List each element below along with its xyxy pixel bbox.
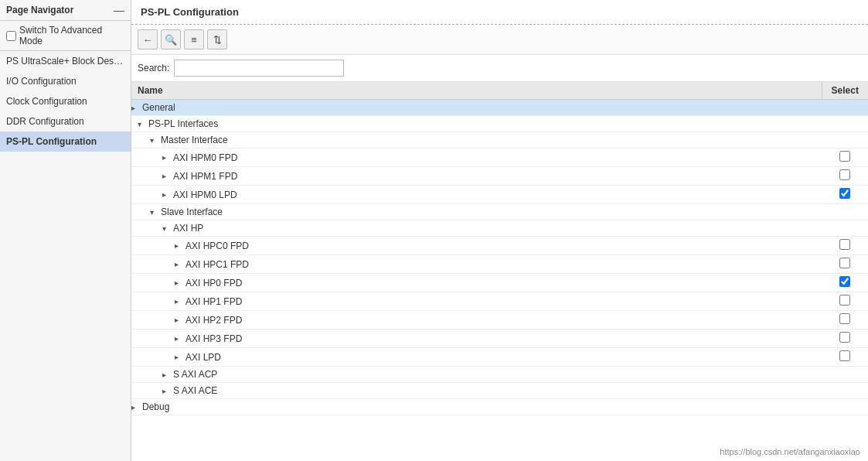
checkbox-axi-hp0-fpd[interactable]: [839, 276, 850, 287]
sidebar-title: Page Navigator: [6, 5, 73, 15]
checkbox-cell-axi-hp2-fpd[interactable]: [822, 311, 868, 330]
table-row[interactable]: ▸AXI HPM1 FPD: [131, 167, 868, 186]
table-row[interactable]: ▾PS-PL Interfaces: [131, 116, 868, 132]
toolbar: ← 🔍 ≡ ⇅: [131, 25, 868, 55]
table-row[interactable]: ▸AXI HPC1 FPD: [131, 255, 868, 274]
row-label-axi-hpc1-fpd: AXI HPC1 FPD: [186, 259, 249, 270]
search-input[interactable]: [174, 60, 344, 77]
table-row[interactable]: ▸General: [131, 100, 868, 116]
table-row[interactable]: ▸AXI HP0 FPD: [131, 274, 868, 292]
table-row[interactable]: ▸AXI HP3 FPD: [131, 330, 868, 348]
expand-icon-axi-hpm0-fpd: ▸: [162, 153, 173, 162]
checkbox-cell-s-axi-acp: [822, 367, 868, 383]
expand-icon-ps-pl-interfaces[interactable]: ▾: [138, 120, 148, 128]
row-label-axi-hp1-fpd: AXI HP1 FPD: [186, 296, 242, 307]
row-label-debug: Debug: [142, 401, 169, 412]
sidebar-item-clock-config[interactable]: Clock Configuration: [0, 91, 131, 111]
checkbox-cell-s-axi-ace: [822, 383, 868, 399]
table-row[interactable]: ▸Debug: [131, 399, 868, 415]
expand-icon-axi-hp1-fpd: ▸: [175, 297, 186, 306]
checkbox-axi-hpm1-fpd[interactable]: [839, 169, 850, 180]
checkbox-cell-axi-hp3-fpd[interactable]: [822, 330, 868, 348]
col-name-header: Name: [131, 82, 822, 100]
row-label-s-axi-acp: S AXI ACP: [173, 369, 217, 380]
expand-icon-s-axi-acp: ▸: [162, 371, 173, 379]
advanced-mode-checkbox[interactable]: [6, 31, 16, 41]
table-row[interactable]: ▾Master Interface: [131, 132, 868, 149]
sidebar-nav: PS UltraScale+ Block DesignI/O Configura…: [0, 51, 131, 152]
table-row[interactable]: ▾AXI HP: [131, 220, 868, 237]
checkbox-axi-hpm0-lpd[interactable]: [839, 188, 850, 199]
back-button[interactable]: ←: [138, 29, 158, 50]
filter-button[interactable]: ≡: [184, 29, 204, 50]
advanced-mode-label: Switch To Advanced Mode: [19, 25, 124, 46]
sidebar-item-ps-ultrascale[interactable]: PS UltraScale+ Block Design: [0, 51, 131, 71]
expand-icon-general[interactable]: ▸: [131, 104, 142, 112]
row-label-axi-hp: AXI HP: [173, 223, 203, 234]
checkbox-axi-hp3-fpd[interactable]: [839, 332, 850, 343]
expand-icon-axi-hp[interactable]: ▾: [162, 224, 173, 233]
row-label-axi-lpd: AXI LPD: [186, 352, 221, 363]
expand-icon-debug[interactable]: ▸: [131, 403, 142, 411]
sidebar-item-ddr-config[interactable]: DDR Configuration: [0, 111, 131, 131]
checkbox-axi-hp2-fpd[interactable]: [839, 313, 850, 324]
sidebar-collapse-button[interactable]: —: [114, 5, 124, 15]
expand-icon-s-axi-ace: ▸: [162, 387, 173, 395]
checkbox-cell-general: [822, 100, 868, 116]
expand-icon-axi-hp3-fpd: ▸: [175, 334, 186, 343]
checkbox-axi-hpc0-fpd[interactable]: [839, 239, 850, 250]
col-select-header: Select: [822, 82, 868, 100]
table-row[interactable]: ▸S AXI ACE: [131, 383, 868, 399]
table-row[interactable]: ▸AXI HPM0 LPD: [131, 186, 868, 204]
row-label-general: General: [142, 102, 175, 113]
table-row[interactable]: ▸AXI HP2 FPD: [131, 311, 868, 330]
checkbox-cell-axi-hp0-fpd[interactable]: [822, 274, 868, 292]
sidebar-item-ps-pl-config[interactable]: PS-PL Configuration: [0, 131, 131, 152]
search-bar: Search:: [131, 55, 868, 82]
expand-icon-axi-hpm0-lpd: ▸: [162, 190, 173, 199]
expand-icon-axi-lpd: ▸: [175, 353, 186, 361]
table-row[interactable]: ▸AXI HPM0 FPD: [131, 149, 868, 167]
expand-icon-master-interface[interactable]: ▾: [150, 136, 161, 145]
expand-icon-slave-interface[interactable]: ▾: [150, 208, 161, 217]
search-button[interactable]: 🔍: [161, 29, 181, 50]
search-label: Search:: [138, 63, 169, 73]
row-label-ps-pl-interfaces: PS-PL Interfaces: [148, 118, 218, 129]
table-row[interactable]: ▾Slave Interface: [131, 204, 868, 220]
sort-button[interactable]: ⇅: [207, 29, 227, 50]
config-table: Name Select ▸General▾PS-PL Interfaces▾Ma…: [131, 82, 868, 415]
checkbox-cell-axi-hpm0-fpd[interactable]: [822, 149, 868, 167]
checkbox-cell-axi-lpd[interactable]: [822, 348, 868, 367]
table-row[interactable]: ▸AXI LPD: [131, 348, 868, 367]
checkbox-axi-hpm0-fpd[interactable]: [839, 151, 850, 162]
row-label-s-axi-ace: S AXI ACE: [173, 385, 217, 396]
row-label-axi-hp3-fpd: AXI HP3 FPD: [186, 333, 242, 344]
table-row[interactable]: ▸AXI HPC0 FPD: [131, 237, 868, 255]
checkbox-axi-lpd[interactable]: [839, 350, 850, 361]
row-label-axi-hpm1-fpd: AXI HPM1 FPD: [173, 171, 237, 182]
row-label-axi-hpc0-fpd: AXI HPC0 FPD: [186, 241, 249, 251]
sidebar: Page Navigator — Switch To Advanced Mode…: [0, 0, 131, 461]
main-title: PS-PL Configuration: [131, 0, 868, 25]
expand-icon-axi-hp0-fpd: ▸: [175, 278, 186, 287]
row-label-axi-hpm0-fpd: AXI HPM0 FPD: [173, 152, 237, 163]
checkbox-cell-axi-hpc1-fpd[interactable]: [822, 255, 868, 274]
table-row[interactable]: ▸S AXI ACP: [131, 367, 868, 383]
checkbox-cell-ps-pl-interfaces: [822, 116, 868, 132]
checkbox-axi-hpc1-fpd[interactable]: [839, 258, 850, 268]
expand-icon-axi-hp2-fpd: ▸: [175, 316, 186, 324]
checkbox-cell-axi-hpc0-fpd[interactable]: [822, 237, 868, 255]
table-row[interactable]: ▸AXI HP1 FPD: [131, 292, 868, 311]
checkbox-cell-axi-hpm0-lpd[interactable]: [822, 186, 868, 204]
row-label-axi-hp0-fpd: AXI HP0 FPD: [186, 278, 242, 289]
sidebar-switch-advanced[interactable]: Switch To Advanced Mode: [0, 21, 131, 51]
checkbox-cell-axi-hpm1-fpd[interactable]: [822, 167, 868, 186]
checkbox-cell-axi-hp1-fpd[interactable]: [822, 292, 868, 311]
sidebar-header: Page Navigator —: [0, 0, 131, 21]
checkbox-axi-hp1-fpd[interactable]: [839, 295, 850, 306]
sidebar-item-io-config[interactable]: I/O Configuration: [0, 71, 131, 91]
main-content: PS-PL Configuration ← 🔍 ≡ ⇅ Search: Name…: [131, 0, 868, 461]
tree-area: Name Select ▸General▾PS-PL Interfaces▾Ma…: [131, 82, 868, 461]
row-label-slave-interface: Slave Interface: [161, 207, 223, 217]
expand-icon-axi-hpm1-fpd: ▸: [162, 172, 173, 180]
